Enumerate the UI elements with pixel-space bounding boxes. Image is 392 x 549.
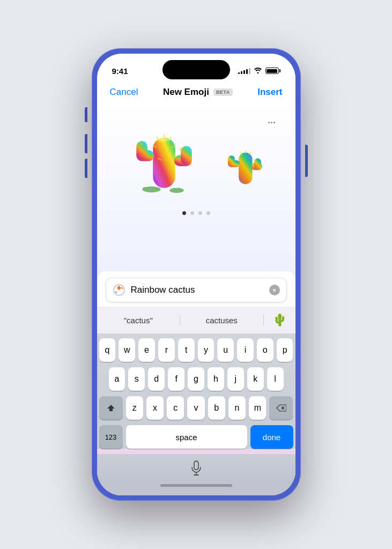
svg-line-13 [179, 147, 181, 150]
clear-icon: × [272, 287, 276, 293]
key-y[interactable]: y [198, 338, 215, 362]
page-dot-1[interactable] [182, 211, 186, 215]
key-row-1: q w e r t y u i o p [99, 338, 293, 362]
clear-search-button[interactable]: × [269, 285, 280, 295]
more-dots-icon [268, 122, 275, 123]
page-indicator [182, 211, 210, 215]
key-u[interactable]: u [217, 338, 234, 362]
key-w[interactable]: w [119, 338, 135, 362]
phone-frame: 9:41 [92, 48, 301, 501]
battery-icon [265, 68, 280, 74]
key-d[interactable]: d [148, 367, 165, 391]
status-icons [238, 67, 280, 75]
search-input[interactable]: Rainbow cactus [131, 285, 264, 295]
key-h[interactable]: h [208, 367, 224, 391]
key-a[interactable]: a [109, 367, 125, 391]
suggestion-cactus-emoji[interactable]: 🌵 [264, 311, 295, 329]
key-row-2: a s d f g h j k l [99, 367, 293, 391]
key-i[interactable]: i [237, 338, 254, 362]
search-section: Rainbow cactus × [97, 271, 295, 307]
key-s[interactable]: s [128, 367, 145, 391]
phone-screen: 9:41 [97, 54, 295, 495]
silent-button[interactable] [85, 107, 87, 122]
key-x[interactable]: x [146, 396, 164, 420]
emoji-main[interactable] [121, 115, 207, 201]
svg-rect-4 [181, 146, 192, 165]
page-dot-4[interactable] [206, 211, 210, 215]
microphone-button[interactable] [187, 458, 206, 478]
key-q[interactable]: q [99, 338, 116, 362]
svg-point-15 [142, 187, 160, 192]
key-f[interactable]: f [168, 367, 184, 391]
emoji-display-area: Rainbow cactus × "cactus" cactuses 🌵 [97, 104, 295, 495]
svg-point-14 [157, 136, 171, 141]
power-button[interactable] [305, 145, 308, 177]
insert-button[interactable]: Insert [257, 87, 282, 98]
key-g[interactable]: g [188, 367, 204, 391]
key-l[interactable]: l [267, 367, 284, 391]
svg-rect-2 [136, 141, 147, 160]
key-m[interactable]: m [249, 396, 266, 420]
home-indicator [160, 484, 232, 487]
cancel-button[interactable]: Cancel [110, 87, 138, 98]
shift-key[interactable] [99, 396, 123, 420]
svg-rect-0 [153, 137, 175, 188]
svg-rect-19 [228, 155, 235, 167]
status-time: 9:41 [112, 66, 128, 76]
keyboard: q w e r t y u i o p a s [97, 334, 295, 449]
volume-up-button[interactable] [85, 134, 87, 153]
volume-down-button[interactable] [85, 159, 87, 178]
search-bar[interactable]: Rainbow cactus × [106, 278, 287, 302]
key-n[interactable]: n [228, 396, 246, 420]
navigation-bar: Cancel New Emoji BETA Insert [97, 80, 295, 104]
more-options-button[interactable] [264, 115, 279, 130]
backspace-key[interactable] [269, 396, 293, 420]
key-o[interactable]: o [257, 338, 273, 362]
suggestions-bar: "cactus" cactuses 🌵 [97, 307, 295, 334]
bottom-area: Rainbow cactus × "cactus" cactuses 🌵 [97, 271, 295, 495]
home-indicator-area [97, 482, 295, 495]
nav-title-wrapper: New Emoji BETA [163, 87, 233, 98]
dynamic-island [162, 60, 230, 79]
done-key[interactable]: done [250, 425, 293, 449]
beta-badge: BETA [213, 88, 233, 96]
key-j[interactable]: j [227, 367, 244, 391]
signal-icon [238, 68, 250, 74]
suggestion-cactus-quoted[interactable]: "cactus" [97, 313, 180, 328]
key-p[interactable]: p [277, 338, 293, 362]
key-z[interactable]: z [126, 396, 143, 420]
page-dot-2[interactable] [190, 211, 194, 215]
space-key[interactable]: space [126, 425, 247, 449]
emoji-variant[interactable] [218, 139, 271, 192]
key-e[interactable]: e [138, 338, 155, 362]
genmoji-icon [113, 284, 125, 296]
suggestion-cactuses[interactable]: cactuses [180, 313, 263, 328]
page-dot-3[interactable] [198, 211, 202, 215]
key-b[interactable]: b [208, 396, 225, 420]
bottom-toolbar [97, 454, 295, 482]
key-t[interactable]: t [178, 338, 195, 362]
key-v[interactable]: v [187, 396, 204, 420]
numbers-key[interactable]: 123 [99, 425, 123, 449]
key-row-3: z x c v b n m [99, 396, 293, 420]
key-k[interactable]: k [247, 367, 264, 391]
key-c[interactable]: c [167, 396, 184, 420]
key-r[interactable]: r [158, 338, 175, 362]
page-title: New Emoji [163, 87, 209, 98]
svg-rect-21 [254, 158, 261, 170]
svg-rect-29 [194, 461, 198, 470]
key-row-bottom: 123 space done [99, 425, 293, 449]
svg-rect-17 [239, 152, 252, 184]
wifi-icon [254, 67, 262, 75]
